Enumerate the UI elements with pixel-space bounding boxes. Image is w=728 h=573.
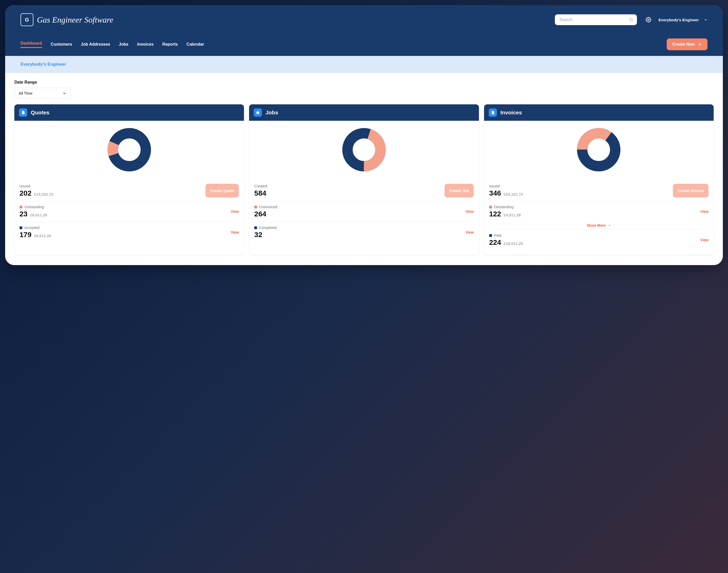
plus-icon: [698, 42, 702, 46]
quotes-donut-chart: [14, 121, 244, 180]
view-link[interactable]: View: [231, 230, 239, 234]
gear-icon[interactable]: [646, 17, 651, 22]
status-dot: [19, 206, 22, 208]
document-icon: [19, 108, 27, 117]
card-title: Jobs: [265, 109, 278, 116]
cards-grid: Quotes Issued: 202 £15,322.72: [14, 104, 714, 255]
nav-invoices[interactable]: Invoices: [137, 42, 154, 47]
create-quote-button[interactable]: Create Quote: [205, 184, 239, 197]
stat-label: Issued:: [489, 184, 501, 188]
jobs-donut-chart: [249, 121, 479, 180]
logo-text: Gas Engineer Software: [37, 15, 113, 24]
stat-label: Created:: [254, 184, 268, 188]
stat-value: 23: [19, 210, 28, 218]
invoices-donut-chart: [484, 121, 714, 180]
search-icon[interactable]: [629, 17, 633, 22]
nav-customers[interactable]: Customers: [51, 42, 72, 47]
status-dot: [489, 206, 492, 208]
create-new-button[interactable]: Create New: [667, 39, 708, 50]
jobs-card: Jobs Created: 584: [249, 104, 479, 255]
stat-value: 584: [254, 189, 266, 197]
svg-point-0: [630, 18, 632, 21]
user-menu[interactable]: Everybody's Engineer: [659, 18, 708, 22]
date-range-value: All Time: [19, 91, 32, 95]
svg-line-1: [632, 20, 633, 21]
stat-amount: £8,511.28: [30, 213, 47, 217]
search-box: [555, 14, 637, 25]
stat-value: 224: [489, 239, 501, 247]
create-job-button[interactable]: Create Job: [444, 184, 474, 197]
card-title: Quotes: [31, 109, 49, 116]
view-link[interactable]: View: [466, 230, 474, 234]
stat-amount: £8,511.28: [34, 233, 51, 238]
view-link[interactable]: View: [231, 209, 239, 214]
stat-amount: £18,511.28: [503, 241, 523, 246]
company-name: Everybody's Engineer: [20, 62, 66, 67]
stat-value: 122: [489, 210, 501, 218]
logo-mark-text: G: [25, 17, 29, 23]
stat-label: Outstanding:: [494, 205, 514, 209]
quotes-card: Quotes Issued: 202 £15,322.72: [14, 104, 244, 255]
stat-value: 32: [254, 231, 262, 239]
status-dot: [489, 234, 492, 237]
stat-label: Issued:: [19, 184, 31, 188]
user-name: Everybody's Engineer: [659, 18, 699, 22]
status-dot: [254, 206, 257, 208]
status-dot: [254, 226, 257, 229]
nav-reports[interactable]: Reports: [162, 42, 178, 47]
stat-value: 346: [489, 189, 501, 197]
nav: Dashboard Customers Job Addresses Jobs I…: [20, 34, 708, 56]
nav-jobs[interactable]: Jobs: [119, 42, 128, 47]
view-link[interactable]: View: [700, 238, 709, 242]
date-range-select[interactable]: All Time: [14, 88, 71, 99]
stat-label: Accepted:: [25, 226, 40, 230]
view-link[interactable]: View: [466, 209, 474, 214]
search-input[interactable]: [555, 14, 637, 25]
stat-value: 202: [19, 189, 32, 197]
nav-calendar[interactable]: Calendar: [187, 42, 204, 47]
stat-label: Uninvoiced:: [259, 205, 278, 209]
nav-job-addresses[interactable]: Job Addresses: [81, 42, 110, 47]
stat-value: 264: [254, 210, 266, 218]
chevron-down-icon: [62, 91, 66, 95]
svg-point-2: [648, 19, 649, 20]
card-title: Invoices: [500, 109, 522, 116]
header: G Gas Engineer Software Everybody's Engi…: [5, 5, 723, 56]
date-range-label: Date Range: [14, 80, 714, 85]
app-window: G Gas Engineer Software Everybody's Engi…: [5, 5, 723, 265]
company-banner: Everybody's Engineer: [5, 56, 723, 73]
stat-amount: £15,322.72: [34, 192, 53, 196]
stat-label: Paid:: [494, 233, 502, 238]
create-invoice-button[interactable]: Create Invoice: [673, 184, 709, 197]
status-dot: [19, 226, 22, 229]
chevron-down-icon: [608, 224, 611, 227]
nav-dashboard[interactable]: Dashboard: [20, 41, 42, 48]
create-new-label: Create New: [672, 42, 695, 47]
logo-mark: G: [20, 13, 33, 26]
stat-label: Completed:: [259, 226, 278, 230]
show-more-link[interactable]: Show More: [489, 222, 709, 229]
stat-amount: £24,322.72: [503, 192, 523, 196]
briefcase-icon: [254, 108, 262, 117]
show-more-label: Show More: [587, 223, 606, 227]
logo: G Gas Engineer Software: [20, 13, 113, 26]
chevron-down-icon: [704, 18, 708, 21]
stat-amount: £4,511.28: [503, 213, 521, 217]
stat-label: Outstanding:: [25, 205, 45, 209]
invoice-icon: [489, 108, 497, 117]
invoices-card: Invoices Issued: 346 £24,322.72: [484, 104, 714, 255]
stat-value: 179: [19, 231, 32, 239]
view-link[interactable]: View: [700, 209, 709, 214]
content: Date Range All Time Quotes: [5, 73, 723, 265]
